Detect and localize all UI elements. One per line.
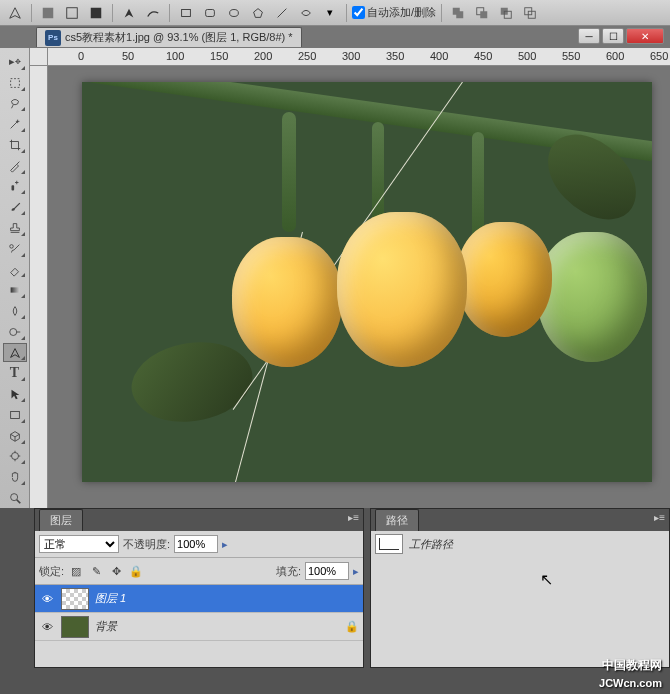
paths-tab[interactable]: 路径 (375, 509, 419, 531)
paths-panel: 路径 ▸≡ 工作路径 (370, 508, 670, 668)
fill-input[interactable] (305, 562, 349, 580)
svg-point-18 (9, 244, 13, 248)
path-select-tool-icon[interactable] (3, 384, 27, 404)
panel-menu-icon[interactable]: ▸≡ (654, 512, 665, 523)
svg-point-5 (230, 9, 239, 16)
svg-rect-0 (43, 7, 54, 18)
path-op-4-icon[interactable] (519, 2, 541, 24)
gradient-tool-icon[interactable] (3, 280, 27, 300)
layer-row[interactable]: 👁 图层 1 (35, 585, 363, 613)
fill-label: 填充: (276, 564, 301, 579)
path-op-3-icon[interactable] (495, 2, 517, 24)
shape-polygon-icon[interactable] (247, 2, 269, 24)
opacity-input[interactable] (174, 535, 218, 553)
lock-icon: 🔒 (345, 620, 359, 633)
opacity-arrow-icon[interactable]: ▸ (222, 538, 228, 551)
shape-tool-icon[interactable] (3, 405, 27, 425)
svg-point-24 (10, 494, 17, 501)
svg-point-20 (9, 328, 16, 335)
path-mode-shape[interactable] (37, 2, 59, 24)
horizontal-ruler[interactable]: 0 50 100 150 200 250 300 350 400 450 500… (48, 48, 670, 66)
auto-add-delete-label: 自动添加/删除 (367, 5, 436, 20)
lock-label: 锁定: (39, 564, 64, 579)
maximize-button[interactable]: ☐ (602, 28, 624, 44)
layer-row[interactable]: 👁 背景 🔒 (35, 613, 363, 641)
path-op-2-icon[interactable] (471, 2, 493, 24)
lock-pixels-icon[interactable]: ✎ (88, 563, 104, 579)
hand-tool-icon[interactable] (3, 467, 27, 487)
3d-camera-tool-icon[interactable] (3, 447, 27, 467)
blend-mode-select[interactable]: 正常 (39, 535, 119, 553)
document-canvas[interactable] (82, 82, 652, 482)
shape-ellipse-icon[interactable] (223, 2, 245, 24)
shape-line-icon[interactable] (271, 2, 293, 24)
document-title: cs5教程素材1.jpg @ 93.1% (图层 1, RGB/8#) * (65, 30, 293, 45)
layer-name: 图层 1 (95, 591, 126, 606)
fill-arrow-icon[interactable]: ▸ (353, 565, 359, 578)
svg-rect-4 (206, 9, 215, 16)
marquee-tool-icon[interactable] (3, 73, 27, 93)
window-controls: ─ ☐ ✕ (578, 28, 664, 44)
type-tool-icon[interactable]: T (3, 363, 27, 383)
path-thumbnail[interactable] (375, 534, 403, 554)
move-tool-icon[interactable]: ▸✥ (3, 52, 27, 72)
shape-roundrect-icon[interactable] (199, 2, 221, 24)
path-op-1-icon[interactable] (447, 2, 469, 24)
pen-tool-indicator[interactable] (4, 2, 26, 24)
watermark: 中国教程网 JCWcn.com (599, 671, 662, 692)
svg-rect-22 (10, 411, 19, 418)
layers-panel: 图层 ▸≡ 正常 不透明度: ▸ 锁定: ▨ ✎ ✥ 🔒 填充: ▸ (34, 508, 364, 668)
svg-rect-17 (11, 186, 14, 191)
opacity-label: 不透明度: (123, 537, 170, 552)
close-button[interactable]: ✕ (626, 28, 664, 44)
shape-dropdown-icon[interactable]: ▾ (319, 2, 341, 24)
lasso-tool-icon[interactable] (3, 94, 27, 114)
eraser-tool-icon[interactable] (3, 260, 27, 280)
auto-add-delete-checkbox[interactable]: 自动添加/删除 (352, 5, 436, 20)
svg-rect-3 (182, 9, 191, 16)
svg-line-25 (16, 500, 20, 504)
path-name: 工作路径 (409, 537, 453, 552)
visibility-icon[interactable]: 👁 (39, 619, 55, 635)
cursor-icon: ↖ (540, 570, 553, 589)
history-brush-tool-icon[interactable] (3, 239, 27, 259)
shape-rect-icon[interactable] (175, 2, 197, 24)
toolbox: ▸✥ T (0, 48, 30, 508)
visibility-icon[interactable]: 👁 (39, 591, 55, 607)
pen-tool-icon[interactable] (3, 343, 27, 363)
3d-tool-icon[interactable] (3, 426, 27, 446)
minimize-button[interactable]: ─ (578, 28, 600, 44)
layer-thumbnail[interactable] (61, 616, 89, 638)
crop-tool-icon[interactable] (3, 135, 27, 155)
lock-transparent-icon[interactable]: ▨ (68, 563, 84, 579)
svg-rect-9 (456, 11, 463, 18)
healing-tool-icon[interactable] (3, 177, 27, 197)
lock-position-icon[interactable]: ✥ (108, 563, 124, 579)
wand-tool-icon[interactable] (3, 114, 27, 134)
shape-custom-icon[interactable] (295, 2, 317, 24)
stamp-tool-icon[interactable] (3, 218, 27, 238)
svg-line-7 (278, 8, 287, 17)
options-bar: ▾ 自动添加/删除 (0, 0, 670, 26)
dodge-tool-icon[interactable] (3, 322, 27, 342)
ruler-corner[interactable] (30, 48, 48, 66)
svg-rect-2 (91, 7, 102, 18)
svg-rect-16 (10, 78, 19, 87)
layer-list: 👁 图层 1 👁 背景 🔒 (35, 585, 363, 667)
path-row[interactable]: 工作路径 (371, 531, 669, 557)
document-tab[interactable]: Ps cs5教程素材1.jpg @ 93.1% (图层 1, RGB/8#) * (36, 27, 302, 47)
photo-content (82, 82, 652, 482)
brush-tool-icon[interactable] (3, 197, 27, 217)
layers-tab[interactable]: 图层 (39, 509, 83, 531)
path-mode-path[interactable] (61, 2, 83, 24)
blur-tool-icon[interactable] (3, 301, 27, 321)
lock-all-icon[interactable]: 🔒 (128, 563, 144, 579)
panel-menu-icon[interactable]: ▸≡ (348, 512, 359, 523)
vertical-ruler[interactable] (30, 66, 48, 508)
eyedropper-tool-icon[interactable] (3, 156, 27, 176)
layer-thumbnail[interactable] (61, 588, 89, 610)
pen-icon[interactable] (118, 2, 140, 24)
path-mode-fill[interactable] (85, 2, 107, 24)
freeform-pen-icon[interactable] (142, 2, 164, 24)
zoom-tool-icon[interactable] (3, 488, 27, 508)
